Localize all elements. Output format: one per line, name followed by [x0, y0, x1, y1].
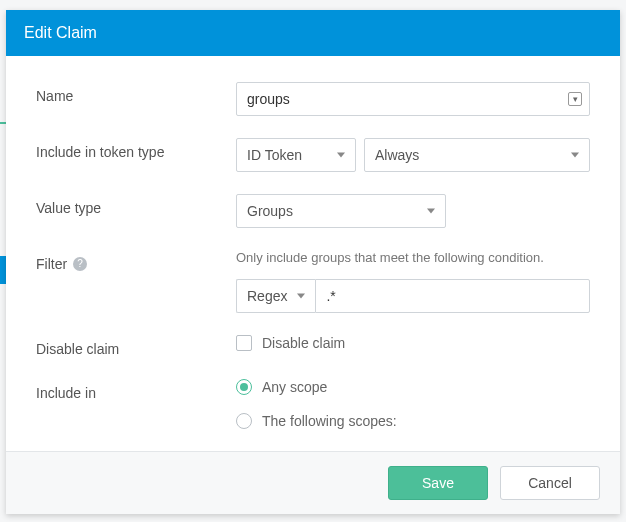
label-disable-claim: Disable claim: [36, 335, 236, 357]
cancel-button[interactable]: Cancel: [500, 466, 600, 500]
chevron-down-icon: [297, 294, 305, 299]
modal-title: Edit Claim: [6, 10, 620, 56]
label-filter: Filter ?: [36, 250, 236, 272]
label-name: Name: [36, 82, 236, 104]
label-value-type: Value type: [36, 194, 236, 216]
include-in-any-scope-radio[interactable]: [236, 379, 252, 395]
chevron-down-icon: [427, 209, 435, 214]
label-include-in: Include in: [36, 379, 236, 401]
include-in-any-scope-label: Any scope: [262, 379, 327, 395]
include-in-following-scopes-label: The following scopes:: [262, 413, 397, 429]
value-type-select[interactable]: Groups: [236, 194, 446, 228]
filter-pattern-input[interactable]: [315, 279, 590, 313]
filter-match-type-select[interactable]: Regex: [236, 279, 315, 313]
edit-claim-modal: Edit Claim Name ▾ Include in token type …: [6, 10, 620, 514]
modal-footer: Save Cancel: [6, 451, 620, 514]
chevron-down-icon: [571, 153, 579, 158]
value-type-value: Groups: [247, 203, 293, 219]
filter-help-text: Only include groups that meet the follow…: [236, 250, 590, 265]
include-in-following-scopes-radio[interactable]: [236, 413, 252, 429]
name-input[interactable]: [236, 82, 590, 116]
token-condition-select[interactable]: Always: [364, 138, 590, 172]
help-icon[interactable]: ?: [73, 257, 87, 271]
modal-body: Name ▾ Include in token type ID Token A: [6, 56, 620, 451]
filter-match-type-value: Regex: [247, 288, 287, 304]
save-button[interactable]: Save: [388, 466, 488, 500]
token-type-value: ID Token: [247, 147, 302, 163]
token-condition-value: Always: [375, 147, 419, 163]
token-type-select[interactable]: ID Token: [236, 138, 356, 172]
disable-claim-checkbox[interactable]: [236, 335, 252, 351]
chevron-down-icon: [337, 153, 345, 158]
disable-claim-checkbox-label: Disable claim: [262, 335, 345, 351]
label-include-in-token-type: Include in token type: [36, 138, 236, 160]
